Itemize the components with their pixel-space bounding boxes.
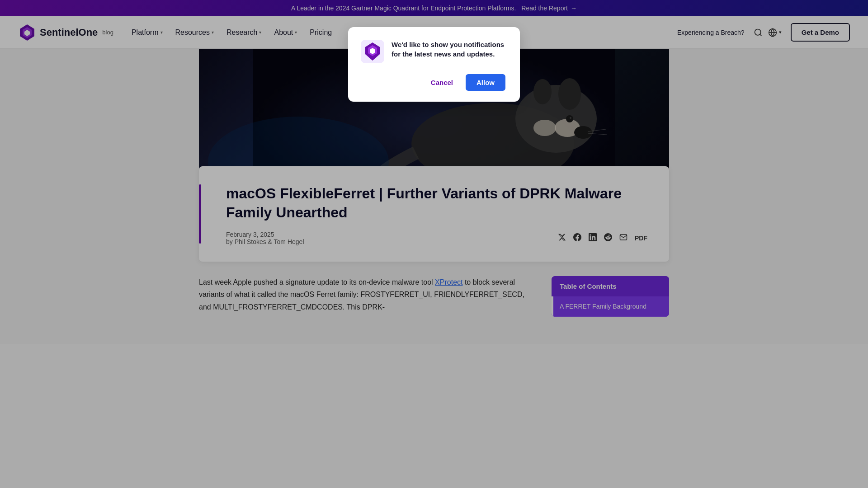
sentinelone-notification-icon	[361, 40, 384, 63]
modal-actions: Cancel Allow	[361, 74, 505, 91]
modal-header: We'd like to show you notifications for …	[361, 40, 505, 63]
cancel-button[interactable]: Cancel	[424, 74, 460, 91]
notification-overlay: We'd like to show you notifications for …	[0, 0, 868, 344]
modal-text: We'd like to show you notifications for …	[392, 40, 505, 59]
allow-button[interactable]: Allow	[466, 74, 505, 91]
notification-modal: We'd like to show you notifications for …	[348, 27, 520, 102]
modal-title: We'd like to show you notifications for …	[392, 40, 505, 59]
